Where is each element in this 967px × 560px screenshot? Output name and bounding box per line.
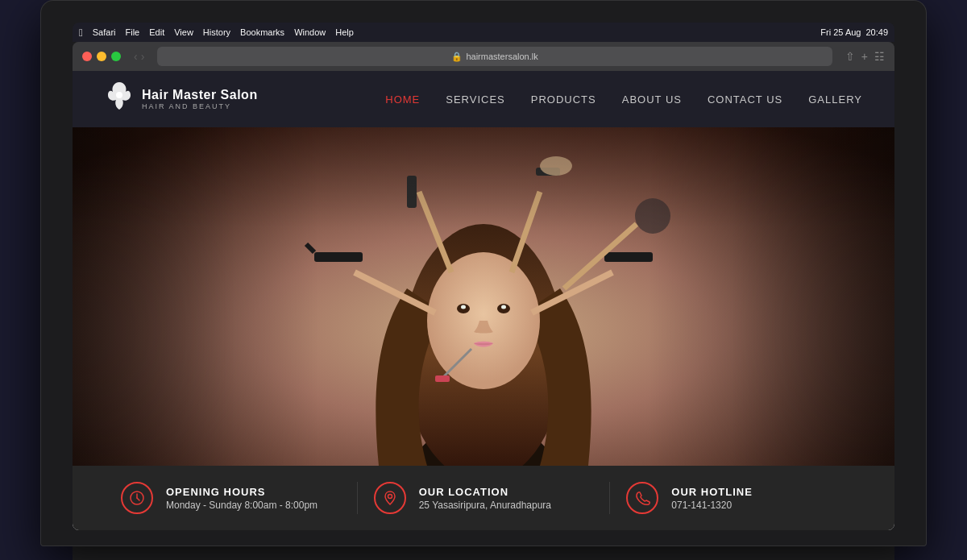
info-hotline-text: OUR HOTLINE 071-141-1320 <box>671 486 753 511</box>
logo-text: Hair Master Salon hair and beauty <box>142 88 258 110</box>
logo[interactable]: Hair Master Salon hair and beauty <box>105 81 258 118</box>
nav-about[interactable]: ABOUT US <box>622 93 682 106</box>
browser-actions: ⇧ + ☷ <box>845 50 885 63</box>
browser-toolbar: ‹ › 🔒 hairmastersalon.lk ⇧ + ☷ <box>73 42 894 71</box>
macbook-device:  Safari File Edit View History Bookmark… <box>40 0 927 560</box>
fullscreen-button[interactable] <box>111 52 121 61</box>
traffic-lights <box>82 52 121 61</box>
view-menu: View <box>174 27 193 37</box>
close-button[interactable] <box>82 52 92 61</box>
svg-point-28 <box>388 495 392 499</box>
back-arrow[interactable]: ‹ <box>134 50 138 63</box>
opening-hours-label: OPENING HOURS <box>166 486 317 498</box>
nav-home[interactable]: HOME <box>385 93 420 106</box>
info-opening-hours: OPENING HOURS Monday - Sunday 8:00am - 8… <box>105 482 358 514</box>
svg-line-27 <box>137 498 139 500</box>
macbook-base <box>73 546 894 560</box>
sidebar-icon[interactable]: ☷ <box>874 50 885 63</box>
nav-products[interactable]: PRODUCTS <box>531 93 596 106</box>
phone-icon <box>626 482 658 514</box>
opening-hours-value: Monday - Sunday 8:00am - 8:00pm <box>166 500 317 511</box>
time: 20:49 <box>865 27 888 37</box>
url-text: hairmastersalon.lk <box>466 52 537 61</box>
date-time: Fri 25 Aug <box>820 27 861 37</box>
nav-links: HOME SERVICES PRODUCTS ABOUT US CONTACT … <box>385 93 862 106</box>
screen-bezel:  Safari File Edit View History Bookmark… <box>40 0 927 546</box>
address-bar[interactable]: 🔒 hairmastersalon.lk <box>157 47 832 66</box>
hero-section <box>73 127 894 466</box>
nav-services[interactable]: SERVICES <box>446 93 505 106</box>
logo-icon <box>105 81 134 118</box>
forward-arrow[interactable]: › <box>141 50 145 63</box>
nav-gallery[interactable]: GALLERY <box>808 93 862 106</box>
menu-bar-right: Fri 25 Aug 20:49 <box>820 27 888 37</box>
info-hours-text: OPENING HOURS Monday - Sunday 8:00am - 8… <box>166 486 317 511</box>
apple-icon:  <box>79 27 83 39</box>
site-navigation: Hair Master Salon hair and beauty HOME S… <box>73 71 894 127</box>
hero-overlay <box>73 127 894 466</box>
safari-label: Safari <box>93 27 116 37</box>
hotline-label: OUR HOTLINE <box>671 486 753 498</box>
history-menu: History <box>203 27 230 37</box>
share-icon[interactable]: ⇧ <box>845 50 855 63</box>
website-content: Hair Master Salon hair and beauty HOME S… <box>73 71 894 530</box>
help-menu: Help <box>335 27 354 37</box>
browser-window: ‹ › 🔒 hairmastersalon.lk ⇧ + ☷ <box>73 42 894 530</box>
window-menu: Window <box>294 27 326 37</box>
location-icon <box>374 482 406 514</box>
location-value: 25 Yasasiripura, Anuradhapura <box>419 500 551 511</box>
edit-menu: Edit <box>149 27 164 37</box>
svg-point-0 <box>116 92 122 98</box>
nav-contact[interactable]: CONTACT US <box>708 93 782 106</box>
logo-subtitle: hair and beauty <box>142 102 258 110</box>
clock-icon <box>121 482 153 514</box>
logo-title: Hair Master Salon <box>142 88 258 102</box>
info-location-text: OUR LOCATION 25 Yasasiripura, Anuradhapu… <box>419 486 551 511</box>
hotline-value: 071-141-1320 <box>671 500 753 511</box>
info-location: OUR LOCATION 25 Yasasiripura, Anuradhapu… <box>358 482 611 514</box>
info-bar: OPENING HOURS Monday - Sunday 8:00am - 8… <box>73 466 894 530</box>
info-hotline: OUR HOTLINE 071-141-1320 <box>610 482 862 514</box>
menu-bar-left:  Safari File Edit View History Bookmark… <box>79 27 354 39</box>
lock-icon: 🔒 <box>451 52 463 62</box>
bookmarks-menu: Bookmarks <box>240 27 284 37</box>
file-menu: File <box>126 27 140 37</box>
location-label: OUR LOCATION <box>419 486 551 498</box>
new-tab-icon[interactable]: + <box>861 50 868 63</box>
nav-arrows: ‹ › <box>134 50 144 63</box>
macos-menu-bar:  Safari File Edit View History Bookmark… <box>73 23 894 42</box>
minimize-button[interactable] <box>97 52 106 61</box>
